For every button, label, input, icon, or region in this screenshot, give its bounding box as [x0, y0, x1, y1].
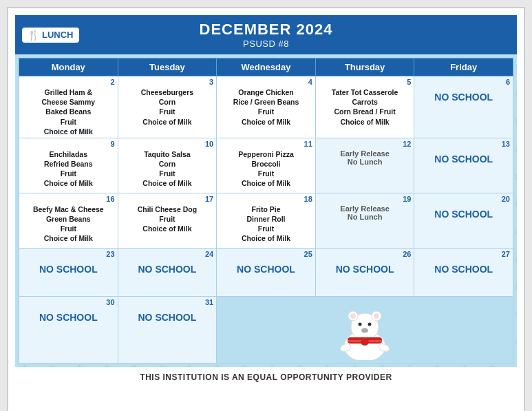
polar-bear-icon: [323, 298, 406, 360]
date-16: 16: [106, 195, 114, 203]
content-4: Orange ChickenRice / Green BeansFruitCho…: [218, 78, 314, 127]
week-row-2: 9 EnchiladasRefried BeansFruitChoice of …: [19, 138, 513, 193]
date-13: 13: [502, 140, 510, 148]
day-friday: Friday: [414, 59, 513, 76]
no-school-20: NO SCHOOL: [416, 195, 511, 220]
header: 🍴 LUNCH DECEMBER 2024 PSUSD #8: [15, 15, 517, 54]
svg-point-8: [361, 328, 368, 333]
no-school-27: NO SCHOOL: [416, 250, 511, 275]
cell-dec16: 16 Beefy Mac & CheeseGreen BeansFruitCho…: [19, 193, 118, 248]
content-9: EnchiladasRefried BeansFruitChoice of Mi…: [21, 140, 116, 189]
cell-dec26: 26 NO SCHOOL: [315, 248, 414, 296]
date-10: 10: [205, 140, 213, 148]
week-row-4: 23 NO SCHOOL 24 NO SCHOOL 25 NO SCHOOL 2…: [19, 248, 513, 296]
no-school-31: NO SCHOOL: [120, 298, 215, 323]
svg-point-6: [359, 322, 362, 326]
date-3: 3: [209, 78, 213, 86]
cell-dec5: 5 Tater Tot CasseroleCarrotsCorn Bread /…: [315, 76, 414, 138]
content-3: CheeseburgersCornFruitChoice of Milk: [120, 78, 215, 127]
footer-text: THIS INSTITUTION IS AN EQUAL OPPORTUNITY…: [15, 367, 517, 388]
date-12: 12: [403, 140, 411, 148]
cell-dec31: 31 NO SCHOOL: [118, 296, 217, 363]
cell-dec2: 2 Grilled Ham &Cheese SammyBaked BeansFr…: [19, 76, 118, 138]
day-monday: Monday: [19, 59, 118, 76]
date-5: 5: [407, 78, 411, 86]
header-title: DECEMBER 2024: [18, 21, 514, 39]
early-release-19: Early ReleaseNo Lunch: [317, 195, 413, 221]
cell-dec3: 3 CheeseburgersCornFruitChoice of Milk: [118, 76, 217, 138]
date-9: 9: [110, 140, 114, 148]
no-school-13: NO SCHOOL: [416, 140, 511, 165]
date-6: 6: [506, 78, 510, 86]
day-wednesday: Wednesday: [217, 59, 316, 76]
no-school-23: NO SCHOOL: [21, 250, 116, 275]
day-thursday: Thursday: [315, 59, 414, 76]
no-school-25: NO SCHOOL: [218, 250, 314, 275]
calendar-table: Monday Tuesday Wednesday Thursday Friday…: [19, 58, 513, 363]
cell-dec27: 27 NO SCHOOL: [414, 248, 513, 296]
svg-point-7: [368, 322, 372, 326]
badge-label: LUNCH: [42, 30, 74, 40]
lunch-badge: 🍴 LUNCH: [22, 28, 79, 43]
no-school-6: NO SCHOOL: [416, 78, 511, 103]
fork-icon: 🍴: [28, 30, 39, 41]
bear-cell: [217, 296, 513, 363]
calendar-wrapper: Monday Tuesday Wednesday Thursday Friday…: [15, 54, 517, 367]
cell-dec6: 6 NO SCHOOL: [414, 76, 513, 138]
cell-dec19: 19 Early ReleaseNo Lunch: [315, 193, 414, 248]
cell-dec30: 30 NO SCHOOL: [19, 296, 118, 363]
day-header-row: Monday Tuesday Wednesday Thursday Friday: [19, 59, 513, 76]
date-27: 27: [502, 250, 510, 258]
content-18: Frito PieDinner RollFruitChoice of Milk: [218, 195, 314, 244]
page-container: 🍴 LUNCH DECEMBER 2024 PSUSD #8 Monday Tu…: [7, 7, 525, 411]
cell-dec25: 25 NO SCHOOL: [217, 248, 316, 296]
content-11: Pepperoni PizzaBroccoliFruitChoice of Mi…: [218, 140, 314, 189]
cell-dec24: 24 NO SCHOOL: [118, 248, 217, 296]
content-2: Grilled Ham &Cheese SammyBaked BeansFrui…: [21, 78, 116, 136]
week-row-1: 2 Grilled Ham &Cheese SammyBaked BeansFr…: [19, 76, 513, 138]
cell-dec13: 13 NO SCHOOL: [414, 138, 513, 193]
date-2: 2: [110, 78, 114, 86]
date-17: 17: [205, 195, 213, 203]
cell-dec18: 18 Frito PieDinner RollFruitChoice of Mi…: [217, 193, 316, 248]
cell-dec10: 10 Taquito SalsaCornFruitChoice of Milk: [118, 138, 217, 193]
cell-dec23: 23 NO SCHOOL: [19, 248, 118, 296]
day-tuesday: Tuesday: [118, 59, 217, 76]
no-school-30: NO SCHOOL: [21, 298, 116, 323]
content-16: Beefy Mac & CheeseGreen BeansFruitChoice…: [21, 195, 116, 244]
date-23: 23: [106, 250, 114, 258]
cell-dec11: 11 Pepperoni PizzaBroccoliFruitChoice of…: [217, 138, 316, 193]
week-row-3: 16 Beefy Mac & CheeseGreen BeansFruitCho…: [19, 193, 513, 248]
date-31: 31: [205, 298, 213, 306]
no-school-26: NO SCHOOL: [317, 250, 413, 275]
content-17: Chili Cheese DogFruitChoice of Milk: [120, 195, 215, 234]
cell-dec4: 4 Orange ChickenRice / Green BeansFruitC…: [217, 76, 316, 138]
date-26: 26: [403, 250, 411, 258]
date-11: 11: [304, 140, 312, 148]
date-24: 24: [205, 250, 213, 258]
no-school-24: NO SCHOOL: [120, 250, 215, 275]
week-row-5: 30 NO SCHOOL 31 NO SCHOOL: [19, 296, 513, 363]
early-release-12: Early ReleaseNo Lunch: [317, 140, 413, 166]
date-18: 18: [304, 195, 312, 203]
svg-point-11: [361, 339, 369, 346]
content-5: Tater Tot CasseroleCarrotsCorn Bread / F…: [317, 78, 413, 127]
header-subtitle: PSUSD #8: [18, 39, 514, 49]
cell-dec12: 12 Early ReleaseNo Lunch: [315, 138, 414, 193]
content-10: Taquito SalsaCornFruitChoice of Milk: [120, 140, 215, 189]
cell-dec9: 9 EnchiladasRefried BeansFruitChoice of …: [19, 138, 118, 193]
svg-point-4: [350, 313, 356, 319]
date-19: 19: [403, 195, 411, 203]
cell-dec17: 17 Chili Cheese DogFruitChoice of Milk: [118, 193, 217, 248]
cell-dec20: 20 NO SCHOOL: [414, 193, 513, 248]
date-20: 20: [502, 195, 510, 203]
date-25: 25: [304, 250, 312, 258]
date-30: 30: [106, 298, 114, 306]
date-4: 4: [308, 78, 312, 86]
svg-point-5: [374, 313, 379, 319]
